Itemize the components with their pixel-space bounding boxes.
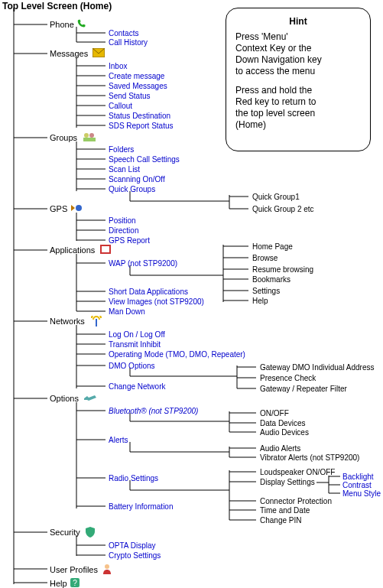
- link-battery-info[interactable]: Battery Information: [109, 502, 173, 512]
- hint-title: Hint: [235, 16, 361, 27]
- leaf-wap-bookmarks: Bookmarks: [252, 275, 290, 284]
- link-inbox[interactable]: Inbox: [109, 62, 127, 71]
- section-help[interactable]: Help: [50, 579, 67, 588]
- link-create-message[interactable]: Create message: [109, 72, 164, 81]
- svg-point-103: [105, 564, 109, 569]
- apps-icon: [100, 245, 111, 254]
- link-folders[interactable]: Folders: [109, 145, 134, 154]
- svg-point-96: [84, 133, 89, 138]
- shield-icon: [86, 527, 96, 536]
- leaf-bt-data: Data Devices: [260, 419, 305, 428]
- leaf-change-pin: Change PIN: [260, 516, 301, 525]
- leaf-time-date: Time and Date: [260, 506, 310, 515]
- link-bluetooth[interactable]: Bluetooth® (not STP9200): [109, 407, 198, 416]
- leaf-quick-group-1: Quick Group1: [252, 193, 300, 202]
- hint-text-2c: the top level screen: [235, 108, 361, 119]
- link-scan-list[interactable]: Scan List: [109, 165, 140, 174]
- groups-icon: [83, 132, 93, 141]
- svg-rect-98: [83, 138, 96, 141]
- user-icon: [102, 564, 113, 573]
- svg-rect-101: [102, 246, 109, 252]
- leaf-display-settings: Display Settings: [260, 478, 315, 487]
- section-options[interactable]: Options: [50, 394, 79, 403]
- hint-text-2a: Press and hold the: [235, 85, 361, 96]
- leaf-audio-alerts: Audio Alerts: [260, 444, 300, 453]
- leaf-wap-browse: Browse: [252, 254, 278, 263]
- satellite-icon: [70, 203, 81, 213]
- link-callout[interactable]: Callout: [109, 102, 132, 111]
- link-quick-groups[interactable]: Quick Groups: [109, 185, 155, 194]
- leaf-bt-audio: Audio Devices: [260, 428, 309, 437]
- hint-text-1a: Press 'Menu': [235, 31, 361, 43]
- link-call-history[interactable]: Call History: [109, 38, 148, 47]
- hint-box: Hint Press 'Menu' Context Key or the Dow…: [226, 8, 371, 151]
- link-speech-call-settings[interactable]: Speech Call Settings: [109, 155, 180, 164]
- link-contacts[interactable]: Contacts: [109, 29, 138, 38]
- link-operating-mode[interactable]: Operating Mode (TMO, DMO, Repeater): [109, 350, 245, 359]
- leaf-vibrator-alerts: Vibrator Alerts (not STP9200): [260, 453, 359, 463]
- page-title: Top Level Screen (Home): [2, 2, 112, 11]
- link-dmo-options[interactable]: DMO Options: [109, 362, 155, 371]
- link-saved-messages[interactable]: Saved Messages: [109, 82, 167, 91]
- section-gps[interactable]: GPS: [50, 204, 67, 213]
- leaf-wap-home: Home Page: [252, 242, 293, 252]
- leaf-loudspeaker: Loudspeaker ON/OFF: [260, 468, 335, 477]
- section-applications[interactable]: Applications: [50, 245, 95, 255]
- hint-text-1c: Down Navigation key: [235, 54, 361, 66]
- leaf-dmo-gateway-addr: Gateway DMO Individual Address: [260, 363, 375, 372]
- section-phone[interactable]: Phone: [50, 20, 74, 29]
- link-man-down[interactable]: Man Down: [109, 307, 145, 317]
- leaf-dmo-presence: Presence Check: [260, 374, 316, 383]
- link-radio-settings[interactable]: Radio Settings: [109, 474, 158, 483]
- hint-text-2b: Red key to return to: [235, 96, 361, 108]
- hint-text-2d: (Home): [235, 119, 361, 131]
- link-transmit-inhibit[interactable]: Transmit Inhibit: [109, 340, 161, 349]
- wrench-icon: [84, 395, 95, 404]
- leaf-quick-group-2: Quick Group 2 etc: [252, 205, 314, 214]
- section-messages[interactable]: Messages: [50, 49, 88, 58]
- section-networks[interactable]: Networks: [50, 317, 85, 326]
- leaf-wap-help: Help: [252, 297, 268, 306]
- link-logon-logoff[interactable]: Log On / Log Off: [109, 330, 165, 339]
- section-user-profiles[interactable]: User Profiles: [50, 565, 98, 574]
- link-short-data-apps[interactable]: Short Data Applications: [109, 288, 188, 297]
- link-direction[interactable]: Direction: [109, 226, 138, 236]
- leaf-bt-onoff: ON/OFF: [260, 409, 289, 418]
- svg-point-97: [89, 133, 94, 138]
- link-alerts[interactable]: Alerts: [109, 436, 128, 445]
- link-opta-display[interactable]: OPTA Display: [109, 541, 156, 551]
- link-change-network[interactable]: Change Network: [109, 382, 165, 391]
- link-scanning-onoff[interactable]: Scanning On/Off: [109, 175, 165, 184]
- link-send-status[interactable]: Send Status: [109, 92, 150, 101]
- link-sds-report[interactable]: SDS Report Status: [109, 122, 173, 131]
- envelope-icon: [93, 48, 103, 57]
- leaf-dmo-filter: Gateway / Repeater Filter: [260, 385, 347, 394]
- help-icon: ?: [70, 578, 81, 587]
- link-status-destination[interactable]: Status Destination: [109, 112, 170, 121]
- link-wap[interactable]: WAP (not STP9200): [109, 259, 177, 268]
- section-groups[interactable]: Groups: [50, 133, 77, 142]
- hint-text-1b: Context Key or the: [235, 43, 361, 54]
- section-security[interactable]: Security: [50, 528, 80, 537]
- leaf-wap-resume: Resume browsing: [252, 265, 313, 275]
- link-gps-report[interactable]: GPS Report: [109, 236, 150, 245]
- link-view-images[interactable]: View Images (not STP9200): [109, 297, 204, 307]
- link-position[interactable]: Position: [109, 216, 136, 226]
- leaf-wap-settings: Settings: [252, 287, 280, 296]
- leaf-menu-style[interactable]: Menu Style: [342, 489, 381, 499]
- antenna-icon: [90, 316, 101, 325]
- svg-text:?: ?: [73, 579, 77, 587]
- svg-point-99: [76, 205, 82, 211]
- link-crypto-settings[interactable]: Crypto Settings: [109, 551, 161, 560]
- leaf-connector-protection: Connector Protection: [260, 497, 332, 506]
- hint-text-1d: to access the menu: [235, 66, 361, 77]
- phone-icon: [76, 19, 87, 28]
